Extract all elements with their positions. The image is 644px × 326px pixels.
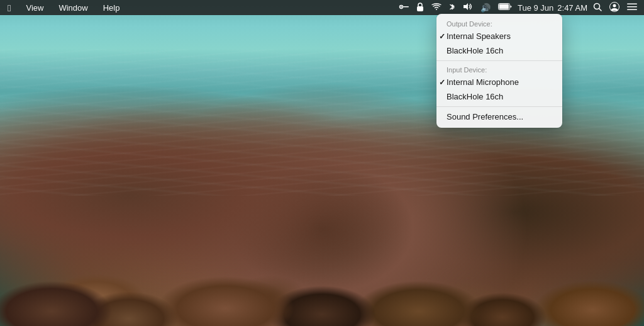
menu-window[interactable]: Window — [56, 2, 90, 14]
lock-icon[interactable] — [414, 1, 426, 14]
menubar-time: 2:47 AM — [557, 3, 587, 13]
menubar-date: Tue 9 Jun — [518, 3, 553, 13]
menubar-right: 🔊 Tue 9 Jun 2:47 AM — [397, 1, 639, 15]
menu-help[interactable]: Help — [101, 2, 123, 14]
input-internal-microphone[interactable]: Internal Microphone — [436, 75, 562, 89]
svg-rect-3 — [417, 6, 423, 11]
output-internal-speakers-label: Internal Speakers — [447, 31, 511, 41]
apple-menu[interactable]:  — [5, 1, 13, 14]
volume-icon[interactable] — [461, 1, 475, 14]
bluetooth-icon[interactable] — [447, 1, 457, 14]
wifi-icon[interactable] — [430, 2, 443, 14]
svg-rect-2 — [403, 6, 409, 8]
svg-rect-12 — [627, 6, 637, 8]
battery-percent: 🔊 — [479, 2, 492, 14]
sound-preferences[interactable]: Sound Preferences... — [436, 110, 562, 124]
svg-line-8 — [599, 8, 602, 11]
output-device-header: Output Device: — [436, 18, 562, 29]
svg-point-10 — [613, 4, 616, 7]
rocks-overlay — [0, 179, 644, 326]
input-blackhole[interactable]: BlackHole 16ch — [436, 89, 562, 104]
user-avatar-icon[interactable] — [608, 1, 621, 15]
svg-rect-6 — [499, 4, 509, 9]
sound-preferences-label: Sound Preferences... — [447, 112, 523, 121]
menu-divider-2 — [436, 106, 562, 107]
output-blackhole-label: BlackHole 16ch — [447, 46, 503, 55]
sound-menu: Output Device: Internal Speakers BlackHo… — [436, 14, 562, 128]
input-blackhole-label: BlackHole 16ch — [447, 92, 503, 101]
menu-view[interactable]: View — [23, 2, 46, 14]
output-internal-speakers[interactable]: Internal Speakers — [436, 29, 562, 43]
battery-icon — [496, 2, 514, 13]
menubar-left:  View Window Help — [5, 1, 122, 14]
svg-rect-11 — [627, 3, 637, 4]
menubar:  View Window Help — [0, 0, 644, 15]
svg-point-1 — [401, 6, 402, 8]
spotlight-icon[interactable] — [591, 1, 604, 14]
svg-marker-4 — [464, 3, 468, 10]
control-strips-icon[interactable] — [625, 2, 639, 14]
input-device-header: Input Device: — [436, 64, 562, 75]
control-center-icon[interactable] — [397, 2, 411, 14]
output-blackhole[interactable]: BlackHole 16ch — [436, 43, 562, 58]
input-internal-microphone-label: Internal Microphone — [447, 77, 519, 87]
menu-divider-1 — [436, 60, 562, 61]
svg-rect-13 — [627, 9, 637, 10]
